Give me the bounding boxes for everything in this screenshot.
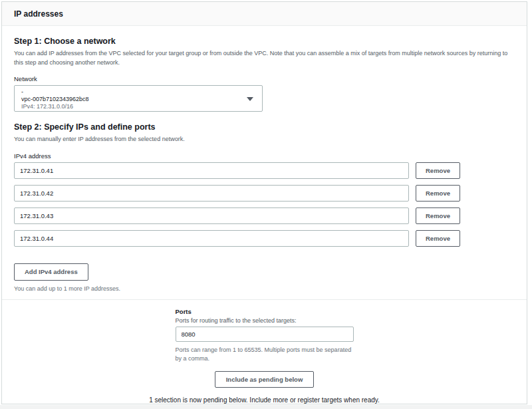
network-vpc-id: vpc-007b7102343962bc8 [21, 96, 245, 103]
ports-section: Ports Ports for routing traffic to the s… [176, 308, 354, 362]
remove-button-2[interactable]: Remove [416, 185, 460, 202]
add-ipv4-address-button[interactable]: Add IPv4 address [14, 263, 88, 281]
remove-button-3[interactable]: Remove [416, 207, 460, 224]
ip-addresses-panel: IP addresses Step 1: Choose a network Yo… [1, 1, 527, 404]
step1-heading: Step 1: Choose a network [14, 37, 515, 46]
pending-status-text: 1 selection is now pending below. Includ… [14, 396, 515, 404]
ip-row: Remove [14, 230, 515, 247]
panel-content: Step 1: Choose a network You can add IP … [2, 26, 527, 404]
ports-input[interactable] [176, 327, 354, 342]
ports-label: Ports [176, 308, 354, 315]
network-cidr: IPv4: 172.31.0.0/16 [21, 103, 245, 110]
ipv4-input-2[interactable] [14, 185, 409, 202]
ipv4-address-label: IPv4 address [14, 152, 515, 160]
section-divider [2, 299, 527, 300]
ipv4-input-3[interactable] [14, 207, 409, 224]
ip-row: Remove [14, 207, 515, 224]
add-ipv4-hint: You can add up to 1 more IP addresses. [14, 285, 515, 293]
panel-title: IP addresses [14, 9, 515, 19]
remove-button-4[interactable]: Remove [416, 230, 460, 247]
include-as-pending-button[interactable]: Include as pending below [215, 371, 315, 388]
step2-description: You can manually enter IP addresses from… [14, 135, 515, 144]
page-background-strip [0, 405, 532, 409]
caret-down-icon [247, 97, 253, 101]
network-label: Network [14, 75, 515, 82]
ip-row: Remove [14, 162, 515, 179]
ports-description: Ports for routing traffic to the selecte… [176, 317, 354, 324]
ip-row: Remove [14, 185, 515, 202]
network-selected-value: - [21, 88, 245, 96]
ports-hint: Ports can range from 1 to 65535. Multipl… [176, 346, 354, 362]
step2-heading: Step 2: Specify IPs and define ports [14, 122, 515, 132]
remove-button-1[interactable]: Remove [416, 162, 460, 179]
ipv4-input-4[interactable] [14, 230, 409, 247]
network-select[interactable]: - vpc-007b7102343962bc8 IPv4: 172.31.0.0… [14, 85, 263, 112]
ipv4-input-1[interactable] [14, 162, 409, 179]
panel-header: IP addresses [2, 2, 527, 26]
step1-description: You can add IP addresses from the VPC se… [14, 49, 515, 67]
